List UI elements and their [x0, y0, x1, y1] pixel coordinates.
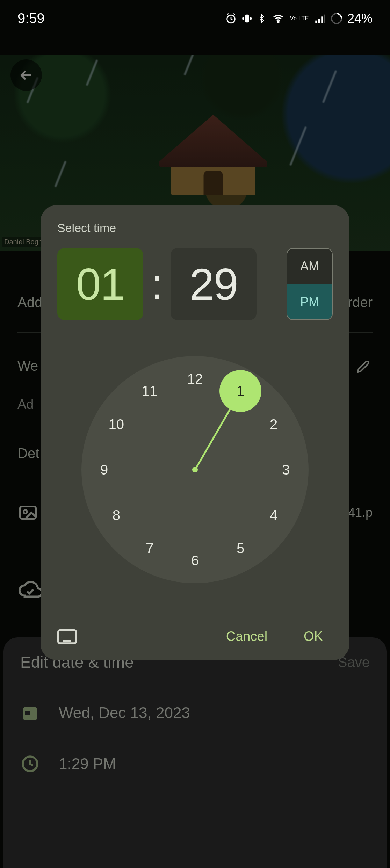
time-separator: : — [151, 260, 163, 308]
clock-hour-8[interactable]: 8 — [104, 503, 129, 527]
clock-hour-3[interactable]: 3 — [274, 457, 298, 482]
status-time: 9:59 — [17, 10, 45, 26]
svg-rect-5 — [321, 16, 323, 23]
svg-rect-3 — [315, 20, 317, 23]
svg-rect-1 — [245, 14, 249, 22]
clock-hour-6[interactable]: 6 — [183, 548, 207, 573]
minute-field[interactable]: 29 — [171, 248, 257, 320]
dialog-title: Select time — [57, 221, 333, 235]
volte-icon: Vo LTE — [290, 16, 309, 21]
wifi-icon — [271, 13, 285, 24]
clock-hour-2[interactable]: 2 — [261, 412, 286, 436]
clock-hour-4[interactable]: 4 — [261, 503, 286, 527]
svg-rect-4 — [318, 19, 320, 23]
hour-field[interactable]: 01 — [57, 248, 143, 320]
am-button[interactable]: AM — [287, 249, 332, 284]
status-bar: 9:59 Vo LTE 24% — [0, 0, 390, 37]
battery-percent: 24% — [347, 11, 373, 26]
pm-button[interactable]: PM — [287, 284, 332, 319]
clock-hour-12[interactable]: 12 — [183, 367, 207, 391]
ampm-toggle: AM PM — [287, 248, 333, 320]
battery-ring-icon — [331, 13, 342, 24]
svg-point-2 — [277, 21, 279, 22]
time-picker-dialog: Select time 01 : 29 AM PM 12123456789101… — [41, 205, 349, 660]
clock-center-dot — [192, 467, 198, 472]
clock-hour-11[interactable]: 11 — [137, 379, 162, 403]
signal-icon — [314, 13, 326, 24]
status-indicators: Vo LTE 24% — [225, 11, 373, 26]
clock-face[interactable]: 121234567891011 — [81, 356, 309, 583]
clock-hour-7[interactable]: 7 — [137, 536, 162, 560]
ok-button[interactable]: OK — [294, 625, 333, 648]
clock-hour-10[interactable]: 10 — [104, 412, 129, 436]
cancel-button[interactable]: Cancel — [216, 625, 277, 648]
keyboard-input-icon[interactable] — [57, 629, 77, 644]
svg-rect-6 — [324, 14, 325, 23]
vibrate-icon — [242, 13, 252, 24]
clock-hour-1[interactable]: 1 — [228, 379, 253, 403]
clock-hour-9[interactable]: 9 — [92, 457, 116, 482]
alarm-icon — [225, 13, 237, 24]
bluetooth-icon — [257, 12, 266, 25]
clock-hour-5[interactable]: 5 — [228, 536, 253, 560]
